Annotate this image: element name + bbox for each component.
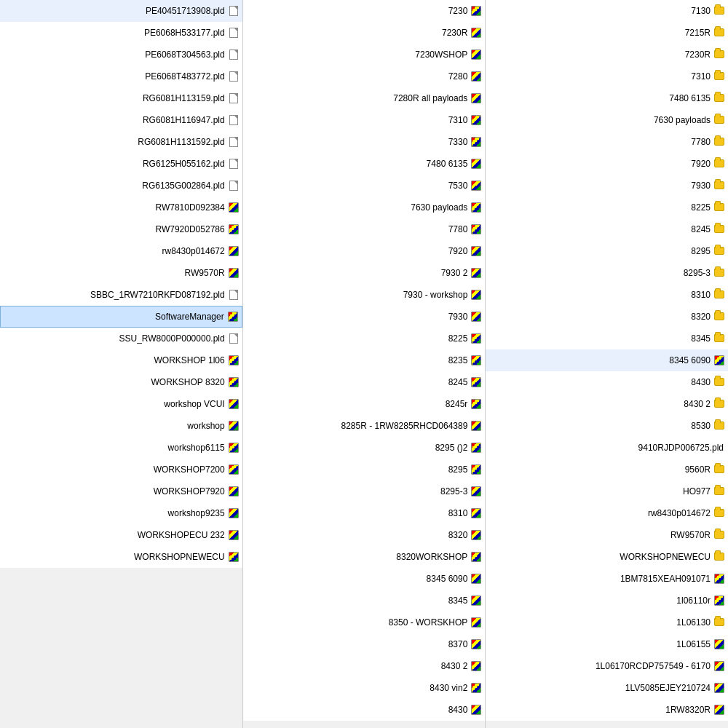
list-item[interactable]: 7280R all payloads bbox=[243, 87, 486, 109]
list-item[interactable]: 1L06170RCDP757549 - 6170 bbox=[486, 655, 728, 677]
list-item[interactable]: 8350 - WORSKHOP bbox=[243, 612, 486, 633]
list-item[interactable]: SSU_RW8000P000000.pld bbox=[0, 328, 242, 349]
list-item[interactable]: 7310 bbox=[486, 66, 728, 87]
list-item[interactable]: workshop9235 bbox=[0, 502, 242, 524]
list-item[interactable]: workshop bbox=[0, 415, 242, 437]
mixed-icon bbox=[471, 661, 481, 671]
list-item[interactable]: 8320 bbox=[243, 524, 486, 546]
list-item[interactable]: 7780 bbox=[243, 218, 486, 240]
list-item[interactable]: 8310 bbox=[243, 502, 486, 524]
list-item[interactable]: 7230 bbox=[243, 0, 486, 22]
list-item[interactable]: 1RW8320R bbox=[486, 699, 728, 721]
folder-icon bbox=[714, 400, 724, 408]
list-item[interactable]: RW9570R bbox=[0, 262, 242, 284]
list-item[interactable]: WORKSHOP 1l06 bbox=[0, 349, 242, 371]
list-item[interactable]: 8295-3 bbox=[486, 262, 728, 284]
mixed-icon bbox=[228, 312, 238, 322]
list-item[interactable]: PE6068T483772.pld bbox=[0, 66, 242, 87]
list-item[interactable]: 7630 payloads bbox=[243, 197, 486, 218]
list-item[interactable]: 8320 bbox=[486, 306, 728, 328]
list-item[interactable]: 7130 bbox=[486, 0, 728, 22]
list-item[interactable]: RW9570R bbox=[486, 524, 728, 546]
list-item[interactable]: RG6081H116947.pld bbox=[0, 109, 242, 131]
list-item[interactable]: WORKSHOP7920 bbox=[0, 480, 242, 502]
list-item[interactable]: WORKSHOPNEWECU bbox=[486, 546, 728, 568]
list-item[interactable]: 8245 bbox=[243, 371, 486, 393]
list-item[interactable]: 7230R bbox=[486, 44, 728, 66]
list-item[interactable]: 7230R bbox=[243, 22, 486, 44]
list-item[interactable]: RW7920D052786 bbox=[0, 218, 242, 240]
list-item[interactable]: 7215R bbox=[486, 22, 728, 44]
list-item[interactable]: rw8430p014672 bbox=[0, 240, 242, 262]
list-item[interactable]: 7920 bbox=[486, 153, 728, 175]
list-item[interactable]: RG6135G002864.pld bbox=[0, 175, 242, 197]
list-item[interactable]: RG6081H113159.pld bbox=[0, 87, 242, 109]
list-item[interactable]: WORKSHOPECU 232 bbox=[0, 524, 242, 546]
list-item[interactable]: 8295 bbox=[486, 240, 728, 262]
list-item[interactable]: 8285R - 1RW8285RHCD064389 bbox=[243, 415, 486, 437]
list-item[interactable]: 1L06155 bbox=[486, 633, 728, 655]
list-item[interactable]: 7930 bbox=[486, 175, 728, 197]
list-item[interactable]: 8430 vin2 bbox=[243, 677, 486, 699]
list-item[interactable]: 8345 6090 bbox=[243, 568, 486, 590]
item-label: 8345 bbox=[488, 333, 712, 344]
list-item[interactable]: 7930 - workshop bbox=[243, 284, 486, 306]
list-item[interactable]: 7310 bbox=[243, 109, 486, 131]
list-item[interactable]: 7230WSHOP bbox=[243, 44, 486, 66]
list-item[interactable]: 8295-3 bbox=[243, 480, 486, 502]
list-item[interactable]: 8310 bbox=[486, 284, 728, 306]
list-item[interactable]: PE6068H533177.pld bbox=[0, 22, 242, 44]
list-item[interactable]: 7280 bbox=[243, 66, 486, 87]
list-item[interactable]: 8430 2 bbox=[486, 393, 728, 415]
list-item[interactable]: 1L06130 bbox=[486, 612, 728, 633]
list-item[interactable]: 8345 bbox=[486, 328, 728, 349]
list-item[interactable]: WORKSHOP 8320 bbox=[0, 371, 242, 393]
list-item[interactable]: 8320WORKSHOP bbox=[243, 546, 486, 568]
item-label: 7920 bbox=[246, 246, 470, 256]
list-item[interactable]: 9560R bbox=[486, 459, 728, 480]
list-item[interactable]: workshop6115 bbox=[0, 437, 242, 459]
list-item[interactable]: 7330 bbox=[243, 131, 486, 153]
list-item[interactable]: 8345 bbox=[243, 590, 486, 612]
list-item[interactable]: 8235 bbox=[243, 349, 486, 371]
list-item[interactable]: HO977 bbox=[486, 480, 728, 502]
list-item[interactable]: 8430 bbox=[243, 699, 486, 721]
list-item[interactable]: RG6081H1131592.pld bbox=[0, 131, 242, 153]
list-item[interactable]: 8530 bbox=[486, 415, 728, 437]
list-item[interactable]: WORKSHOP7200 bbox=[0, 459, 242, 480]
list-item[interactable]: 1LV5085EJEY210724 bbox=[486, 677, 728, 699]
list-item[interactable]: 7930 bbox=[243, 306, 486, 328]
mixed-icon bbox=[471, 6, 481, 16]
list-item[interactable]: RG6125H055162.pld bbox=[0, 153, 242, 175]
list-item[interactable]: 7930 2 bbox=[243, 262, 486, 284]
list-item[interactable]: 9410RJDP006725.pld bbox=[486, 437, 728, 459]
list-item[interactable]: 8245r bbox=[243, 393, 486, 415]
list-item[interactable]: PE40451713908.pld bbox=[0, 0, 242, 22]
list-item[interactable]: 8225 bbox=[243, 328, 486, 349]
list-item[interactable]: SoftwareManager bbox=[0, 306, 242, 328]
list-item[interactable]: 7920 bbox=[243, 240, 486, 262]
list-item[interactable]: 8225 bbox=[486, 197, 728, 218]
list-item[interactable]: 7530 bbox=[243, 175, 486, 197]
list-item[interactable]: 8295 ()2 bbox=[243, 437, 486, 459]
mixed-icon bbox=[471, 115, 481, 125]
list-item[interactable]: 1l06110r bbox=[486, 590, 728, 612]
list-item[interactable]: 7480 6135 bbox=[243, 153, 486, 175]
list-item[interactable]: 8295 bbox=[243, 459, 486, 480]
list-item[interactable]: 8345 6090 bbox=[486, 349, 728, 371]
list-item[interactable]: PE6068T304563.pld bbox=[0, 44, 242, 66]
list-item[interactable]: WORKSHOPNEWECU bbox=[0, 546, 242, 568]
list-item[interactable]: 7630 payloads bbox=[486, 109, 728, 131]
list-item[interactable]: SBBC_1RW7210RKFD087192.pld bbox=[0, 284, 242, 306]
list-item[interactable]: RW7810D092384 bbox=[0, 197, 242, 218]
list-item[interactable]: 8430 bbox=[486, 371, 728, 393]
list-item[interactable]: 7780 bbox=[486, 131, 728, 153]
item-label: 1l06110r bbox=[488, 596, 712, 606]
list-item[interactable]: 8430 2 bbox=[243, 655, 486, 677]
list-item[interactable]: rw8430p014672 bbox=[486, 502, 728, 524]
list-item[interactable]: workshop VCUI bbox=[0, 393, 242, 415]
list-item[interactable]: 1BM7815XEAH091071 bbox=[486, 568, 728, 590]
list-item[interactable]: 8370 bbox=[243, 633, 486, 655]
list-item[interactable]: 7480 6135 bbox=[486, 87, 728, 109]
list-item[interactable]: 8245 bbox=[486, 218, 728, 240]
